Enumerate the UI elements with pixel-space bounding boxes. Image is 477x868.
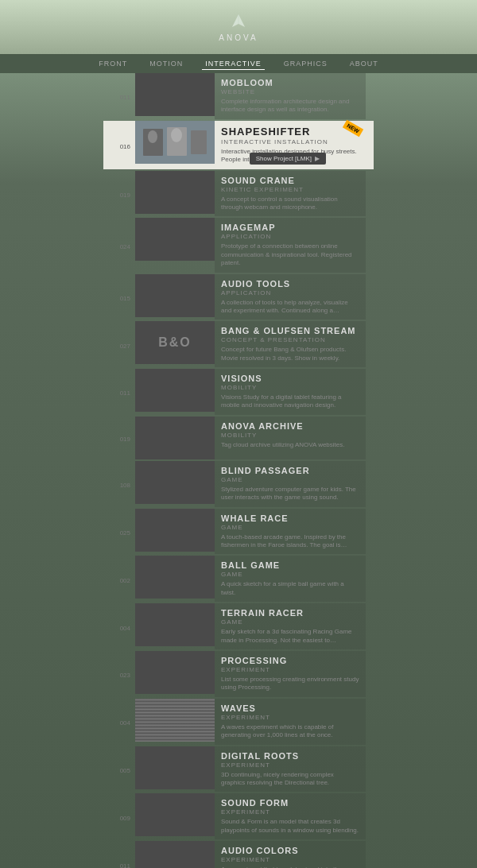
project-num: 024 bbox=[111, 218, 135, 272]
project-type: APPLICATION bbox=[221, 233, 359, 240]
project-type: APPLICATION bbox=[221, 289, 359, 296]
project-num: 011 bbox=[111, 369, 135, 415]
project-thumb: B&O bbox=[135, 321, 215, 364]
header: ANOVA bbox=[0, 0, 477, 54]
project-title: VISIONS bbox=[221, 374, 359, 383]
nav-interactive[interactable]: Interactive bbox=[202, 58, 265, 70]
project-title: BLIND PASSAGER bbox=[221, 466, 359, 475]
project-info: AUDIO COLORS EXPERIMENT An experiment th… bbox=[215, 841, 366, 868]
project-thumb bbox=[135, 417, 215, 459]
nav-about[interactable]: About bbox=[347, 58, 382, 69]
project-num: 025 bbox=[111, 509, 135, 555]
project-row-whale-race[interactable]: 025 WHALE RACE GAME A touch-based arcade… bbox=[111, 509, 366, 555]
project-info: VISIONS MOBILITY Visions Study for a dig… bbox=[215, 369, 366, 415]
project-thumb bbox=[135, 651, 215, 694]
project-thumb bbox=[135, 171, 215, 214]
arrow-icon: ▶ bbox=[315, 155, 320, 162]
project-thumb-shapeshifter bbox=[135, 121, 215, 164]
project-num: 019 bbox=[111, 171, 135, 217]
project-desc: Stylized adventure computer game for kid… bbox=[221, 486, 359, 502]
project-title: SHAPESHIFTER bbox=[221, 126, 359, 138]
project-desc: Early sketch for a 3d fascinating Racing… bbox=[221, 628, 359, 645]
project-type: GAME bbox=[221, 571, 359, 578]
project-title-whale-race: WHALE RACE bbox=[221, 513, 359, 523]
project-info: BANG & OLUFSEN STREAM CONCEPT & PRESENTA… bbox=[215, 321, 366, 367]
project-info: WAVES EXPERIMENT A waves experiment whic… bbox=[215, 699, 366, 745]
project-num: 009 bbox=[111, 793, 135, 839]
project-num: 004 bbox=[111, 603, 135, 649]
project-row[interactable]: 011 VISIONS MOBILITY Visions Study for a… bbox=[111, 369, 366, 415]
project-type: MOBILITY bbox=[221, 384, 359, 391]
project-row[interactable]: 011 MOBLOOM WEBSITE Complete information… bbox=[111, 73, 366, 119]
project-num: 015 bbox=[111, 274, 135, 320]
project-row[interactable]: 027 B&O BANG & OLUFSEN STREAM CONCEPT & … bbox=[111, 321, 366, 367]
project-desc: 3D continuing, nicely rendering complex … bbox=[221, 771, 359, 788]
project-num: 016 bbox=[111, 121, 135, 169]
project-info: WHALE RACE GAME A touch-based arcade gam… bbox=[215, 509, 366, 555]
project-row[interactable]: 002 BALL GAME GAME A quick sketch for a … bbox=[111, 556, 366, 602]
project-info: MOBLOOM WEBSITE Complete information arc… bbox=[215, 73, 366, 119]
project-type: WEBSITE bbox=[221, 88, 359, 95]
project-row-sound-form[interactable]: 009 SOUND FORM EXPERIMENT Sound & Form i… bbox=[111, 793, 366, 839]
project-type: GAME bbox=[221, 618, 359, 626]
project-info: IMAGEMAP APPLICATION Prototype of a conn… bbox=[215, 218, 366, 272]
project-type: CONCEPT & PRESENTATION bbox=[221, 336, 359, 343]
show-project-button[interactable]: Show Project [LMK] ▶ bbox=[250, 153, 326, 165]
logo-icon bbox=[229, 13, 248, 32]
project-thumb bbox=[135, 461, 215, 504]
project-thumb bbox=[135, 793, 215, 836]
project-type: GAME bbox=[221, 476, 359, 483]
project-row[interactable]: 019 ANOVA ARCHIVE MOBILITY Tag cloud arc… bbox=[111, 417, 366, 459]
project-row[interactable]: 019 SOUND CRANE KINETIC EXPERIMENT A con… bbox=[111, 171, 366, 217]
project-type: MOBILITY bbox=[221, 432, 359, 439]
project-thumb bbox=[135, 218, 215, 261]
project-type: EXPERIMENT bbox=[221, 666, 359, 673]
project-desc: Prototype of a connection between online… bbox=[221, 242, 359, 267]
svg-rect-3 bbox=[191, 130, 207, 154]
project-num: 108 bbox=[111, 461, 135, 507]
project-row[interactable]: 023 PROCESSING EXPERIMENT List some proc… bbox=[111, 651, 366, 697]
project-info-shapeshifter: SHAPESHIFTER INTERACTIVE INSTALLATION In… bbox=[215, 121, 366, 169]
project-thumb bbox=[135, 509, 215, 552]
project-row[interactable]: 108 BLIND PASSAGER GAME Stylized adventu… bbox=[111, 461, 366, 507]
show-project-label: Show Project [LMK] bbox=[256, 155, 312, 162]
nav-front[interactable]: Front bbox=[95, 58, 130, 69]
project-type: EXPERIMENT bbox=[221, 761, 359, 769]
project-info: BLIND PASSAGER GAME Stylized adventure c… bbox=[215, 461, 366, 507]
project-info: TERRAIN RACER GAME Early sketch for a 3d… bbox=[215, 603, 366, 649]
project-thumb bbox=[135, 603, 215, 646]
project-info: SOUND CRANE KINETIC EXPERIMENT A concept… bbox=[215, 171, 366, 217]
project-thumb bbox=[135, 841, 215, 868]
project-thumb bbox=[135, 699, 215, 742]
project-row-highlighted[interactable]: 016 SHAPESHIFTER INTERACTIVE INSTALLATIO… bbox=[103, 121, 374, 169]
project-thumb bbox=[135, 73, 215, 116]
project-num: 011 bbox=[111, 73, 135, 119]
content: 011 MOBLOOM WEBSITE Complete information… bbox=[0, 73, 477, 868]
nav-motion[interactable]: Motion bbox=[146, 58, 186, 69]
project-row[interactable]: 024 IMAGEMAP APPLICATION Prototype of a … bbox=[111, 218, 366, 272]
project-row[interactable]: 004 WAVES EXPERIMENT A waves experiment … bbox=[111, 699, 366, 745]
project-title-sound-form: SOUND FORM bbox=[221, 798, 359, 808]
project-title: AUDIO TOOLS bbox=[221, 279, 359, 289]
project-thumb bbox=[135, 746, 215, 789]
project-num: 019 bbox=[111, 417, 135, 459]
project-title: ANOVA ARCHIVE bbox=[221, 421, 359, 431]
project-type: KINETIC EXPERIMENT bbox=[221, 186, 359, 193]
project-desc: A waves experiment which is capable of g… bbox=[221, 723, 359, 740]
project-title: BANG & OLUFSEN STREAM bbox=[221, 326, 359, 335]
project-row-terrain-racer[interactable]: 004 TERRAIN RACER GAME Early sketch for … bbox=[111, 603, 366, 649]
project-desc: A collection of tools to help analyze, v… bbox=[221, 299, 359, 316]
project-row[interactable]: 005 DIGITAL ROOTS EXPERIMENT 3D continui… bbox=[111, 746, 366, 792]
project-row[interactable]: 011 AUDIO COLORS EXPERIMENT An experimen… bbox=[111, 841, 366, 868]
project-desc: List some processing creating environmen… bbox=[221, 676, 359, 692]
project-type: EXPERIMENT bbox=[221, 714, 359, 721]
project-type: INTERACTIVE INSTALLATION bbox=[221, 138, 359, 145]
project-thumb bbox=[135, 274, 215, 317]
nav-graphics[interactable]: Graphics bbox=[281, 58, 331, 69]
project-desc: Visions Study for a digital tablet featu… bbox=[221, 393, 359, 410]
svg-point-4 bbox=[148, 130, 157, 143]
project-title: SOUND CRANE bbox=[221, 176, 359, 185]
project-title: BALL GAME bbox=[221, 560, 359, 570]
project-row[interactable]: 015 AUDIO TOOLS APPLICATION A collection… bbox=[111, 274, 366, 320]
logo-text: ANOVA bbox=[219, 33, 258, 42]
